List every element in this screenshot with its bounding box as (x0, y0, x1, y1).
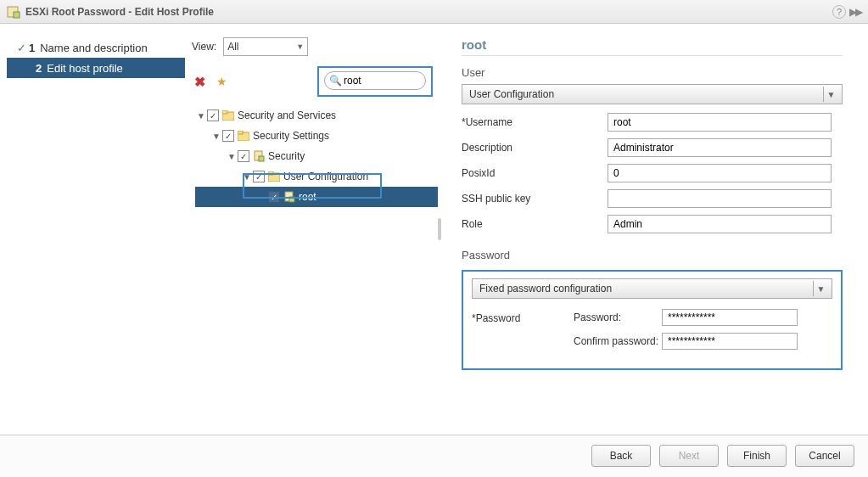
profile-icon (283, 191, 295, 203)
chevron-down-icon: ▼ (823, 87, 838, 102)
chevron-down-icon: ▼ (813, 281, 828, 296)
folder-icon (238, 131, 249, 141)
collapse-icon[interactable]: ▼ (241, 172, 253, 182)
step-label: Name and description (40, 42, 147, 54)
tree-node-security-services[interactable]: ▼ Security and Services (195, 105, 438, 126)
tree-node-security-settings[interactable]: ▼ Security Settings (195, 126, 438, 146)
wizard-steps: ✓ 1 Name and description 2 Edit host pro… (0, 24, 192, 435)
password-input[interactable] (662, 309, 798, 326)
confirm-password-field-label: Confirm password: (574, 335, 662, 347)
checkbox[interactable] (207, 109, 219, 121)
svg-rect-7 (259, 156, 264, 161)
back-button[interactable]: Back (591, 445, 651, 467)
cancel-button[interactable]: Cancel (795, 445, 854, 467)
svg-rect-3 (222, 110, 227, 114)
password-section-highlight: Fixed password configuration ▼ *Password… (462, 270, 843, 370)
folder-icon (268, 171, 280, 182)
profile-tree: ▼ Security and Services ▼ Security Setti… (192, 102, 438, 207)
tree-label: Security Settings (253, 130, 329, 142)
tree-node-security[interactable]: ▼ Security (195, 146, 438, 166)
delete-icon[interactable]: ✖ (192, 74, 207, 89)
svg-rect-11 (289, 197, 294, 202)
check-icon: ✓ (14, 42, 29, 54)
view-select[interactable]: All ▼ (223, 37, 308, 56)
checkbox[interactable] (268, 191, 280, 203)
collapse-icon[interactable]: ▼ (226, 152, 238, 161)
role-input[interactable] (608, 215, 832, 233)
password-field-label: Password: (574, 311, 662, 323)
ssh-input[interactable] (608, 189, 832, 208)
tree-panel: View: All ▼ ✖ ★ 🔍 ▼ Security and Service… (192, 24, 438, 435)
step-name-description[interactable]: ✓ 1 Name and description (0, 37, 192, 58)
page-title: root (462, 37, 843, 52)
posixid-label: PosixId (462, 167, 608, 179)
collapse-icon[interactable]: ▼ (210, 132, 222, 141)
password-section-label: Password (462, 249, 843, 261)
description-input[interactable] (608, 138, 832, 157)
checkbox[interactable] (222, 130, 234, 142)
username-label: *Username (462, 116, 608, 128)
view-label: View: (192, 41, 216, 53)
password-config-dropdown[interactable]: Fixed password configuration ▼ (472, 278, 832, 299)
tree-node-user-configuration[interactable]: ▼ User Configuration (195, 166, 438, 187)
help-icon[interactable]: ? (832, 5, 846, 19)
window-title: ESXi Root Password - Edit Host Profile (25, 6, 832, 18)
svg-rect-1 (14, 12, 20, 18)
tree-label: root (299, 191, 316, 203)
checkbox[interactable] (238, 150, 249, 162)
ssh-label: SSH public key (462, 193, 608, 205)
password-label: *Password (472, 309, 574, 356)
tree-label: Security and Services (238, 109, 336, 121)
posixid-input[interactable] (608, 164, 832, 182)
role-label: Role (462, 218, 608, 230)
profile-icon (253, 150, 265, 162)
search-icon: 🔍 (329, 75, 342, 87)
user-config-dropdown[interactable]: User Configuration ▼ (462, 84, 843, 104)
title-actions: ? ▶▶ (832, 5, 861, 19)
step-edit-host-profile[interactable]: 2 Edit host profile (7, 58, 185, 78)
wizard-footer: Back Next Finish Cancel (0, 435, 868, 475)
details-panel: root User User Configuration ▼ *Username… (441, 24, 868, 435)
collapse-icon[interactable]: ▼ (195, 111, 207, 121)
username-input[interactable] (608, 113, 832, 132)
tree-node-root[interactable]: root (195, 187, 438, 207)
checkbox[interactable] (253, 171, 265, 182)
svg-rect-5 (238, 131, 243, 134)
finish-button[interactable]: Finish (727, 445, 787, 467)
next-button: Next (659, 445, 719, 467)
chevron-down-icon: ▼ (296, 42, 304, 51)
folder-icon (222, 110, 234, 121)
expand-icon[interactable]: ▶▶ (849, 6, 861, 18)
description-label: Description (462, 142, 608, 154)
titlebar: ESXi Root Password - Edit Host Profile ?… (0, 0, 868, 24)
user-section-label: User (462, 66, 843, 79)
confirm-password-input[interactable] (662, 333, 798, 350)
host-profile-icon (7, 5, 20, 19)
search-highlight: 🔍 (317, 66, 433, 97)
tree-label: User Configuration (283, 171, 368, 182)
step-label: Edit host profile (47, 62, 123, 75)
tree-label: Security (268, 150, 305, 162)
favorite-icon[interactable]: ★ (214, 74, 229, 89)
svg-rect-9 (268, 171, 273, 175)
